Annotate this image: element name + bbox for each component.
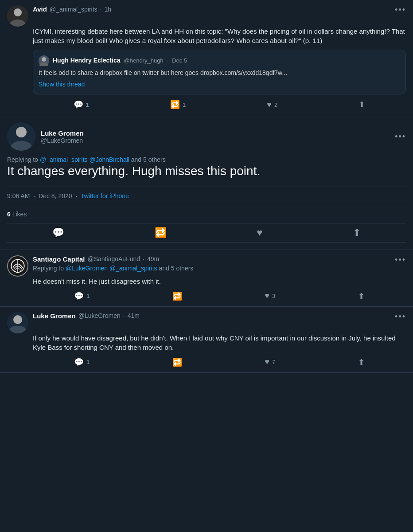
timestamp-date: Dec 8, 2020 <box>39 192 72 200</box>
tweet-avid: Avid @_animal_spirits · 1h ••• ICYMI, in… <box>0 0 413 115</box>
main-tweet-timestamp-luke: 9:06 AM · Dec 8, 2020 · Twitter for iPho… <box>7 187 406 200</box>
avatar-avid <box>7 5 28 27</box>
likes-label: Likes <box>12 211 27 218</box>
like-icon-luke-main: ♥ <box>257 227 262 239</box>
tweet-timestamp-avid: 1h <box>104 6 111 13</box>
tweet-handle-santiago[interactable]: @SantiagoAuFund <box>88 255 140 262</box>
svg-point-4 <box>42 57 46 62</box>
reply-icon-santiago: 💬 <box>74 291 84 301</box>
reply-others-santiago: and 5 others <box>159 265 193 272</box>
reply-others: and 5 others <box>131 156 166 163</box>
retweet-icon-santiago: 🔁 <box>172 291 182 301</box>
quoted-time-sep: · <box>167 57 169 65</box>
reply-count-avid: 1 <box>86 102 89 108</box>
svg-point-12 <box>13 315 22 324</box>
reply-count-luke-reply: 1 <box>86 359 90 365</box>
reply-handle-luke[interactable]: @LukeGromen <box>66 265 108 272</box>
tweet-body-santiago: He doesn't miss it. He just disagrees wi… <box>33 277 406 286</box>
tweet-actions-avid: 💬 1 🔁 1 ♥ 2 ⬆ <box>33 100 406 110</box>
avatar-luke-reply <box>7 312 28 333</box>
like-icon-santiago: ♥ <box>265 291 269 301</box>
tweet-actions-santiago: 💬 1 🔁 ♥ 3 ⬆ <box>33 291 406 301</box>
retweet-icon-avid: 🔁 <box>170 100 180 110</box>
tweet-author-luke-main: Luke Gromen <box>41 129 390 137</box>
like-action-santiago[interactable]: ♥ 3 <box>265 291 275 301</box>
reply-action-santiago[interactable]: 💬 1 <box>74 291 90 301</box>
retweet-action-santiago[interactable]: 🔁 <box>172 291 182 301</box>
like-action-luke-main[interactable]: ♥ <box>257 227 262 239</box>
replying-to-luke-main: Replying to @_animal_spirits @JohnBircha… <box>7 156 406 163</box>
like-count-luke-reply: 7 <box>272 359 275 365</box>
tweet-author-luke-reply: Luke Gromen <box>33 312 76 320</box>
reply-handle-2[interactable]: @JohnBirchall <box>89 156 129 163</box>
replying-to-santiago: Replying to @LukeGromen @_animal_spirits… <box>33 265 390 272</box>
reply-action-avid[interactable]: 💬 1 <box>74 100 89 110</box>
tweet-body-luke-reply: If only he would have disagreed, but he … <box>33 333 406 352</box>
reply-handle-1[interactable]: @_animal_spirits <box>40 156 88 163</box>
like-count-santiago: 3 <box>272 293 275 299</box>
share-action-luke-reply[interactable]: ⬆ <box>358 357 365 367</box>
tweet-handle-luke-main[interactable]: @LukeGromen <box>41 137 390 144</box>
svg-point-7 <box>16 127 27 137</box>
likes-section-luke: 6 Likes <box>7 205 406 223</box>
retweet-icon-luke-reply: 🔁 <box>172 357 182 367</box>
retweet-action-luke-reply[interactable]: 🔁 <box>172 357 182 367</box>
reply-action-luke-main[interactable]: 💬 <box>52 227 64 239</box>
tweet-santiago: Santiago Capital @SantiagoAuFund · 49m R… <box>0 250 413 307</box>
tweet-more-santiago[interactable]: ••• <box>395 255 406 265</box>
like-action-avid[interactable]: ♥ 2 <box>267 100 277 110</box>
share-action-luke-main[interactable]: ⬆ <box>353 227 361 239</box>
likes-count: 6 <box>7 211 11 218</box>
quoted-handle-hugh[interactable]: @hendry_hugh <box>124 57 164 65</box>
reply-action-luke-reply[interactable]: 💬 1 <box>74 357 90 367</box>
tweet-more-luke-reply[interactable]: ••• <box>395 312 406 321</box>
tweet-handle-avid[interactable]: @_animal_spirits <box>50 6 97 13</box>
timestamp-time: 9:06 AM <box>7 192 30 200</box>
quoted-author-hugh: Hugh Hendry Eclectica <box>53 56 121 65</box>
share-icon-luke-main: ⬆ <box>353 227 361 239</box>
retweet-action-avid[interactable]: 🔁 1 <box>170 100 186 110</box>
like-icon-avid: ♥ <box>267 100 272 110</box>
retweet-icon-luke-main: 🔁 <box>155 227 167 239</box>
tweet-time-luke-reply: 41m <box>128 312 140 319</box>
avid-avatar-image <box>7 5 28 27</box>
reply-icon-luke-reply: 💬 <box>74 357 84 367</box>
like-count-avid: 2 <box>274 102 277 108</box>
share-icon-avid: ⬆ <box>358 100 365 110</box>
tweet-time-santiago: 49m <box>147 255 159 262</box>
main-tweet-luke: Luke Gromen @LukeGromen ••• Replying to … <box>0 115 413 250</box>
retweet-count-avid: 1 <box>183 102 186 108</box>
avatar-luke-main <box>7 122 35 151</box>
main-tweet-actions-luke: 💬 🔁 ♥ ⬆ <box>7 223 406 243</box>
timestamp-client[interactable]: Twitter for iPhone <box>81 192 129 200</box>
tweet-more-avid[interactable]: ••• <box>395 5 406 15</box>
avatar-santiago <box>7 255 28 277</box>
like-icon-luke-reply: ♥ <box>265 357 269 367</box>
quoted-time-hugh: Dec 5 <box>172 57 187 65</box>
reply-icon-avid: 💬 <box>74 100 83 110</box>
reply-count-santiago: 1 <box>86 293 90 299</box>
tweet-time-avid: · <box>100 6 102 13</box>
tweet-more-luke-main[interactable]: ••• <box>395 132 406 141</box>
reply-icon-luke-main: 💬 <box>52 227 64 239</box>
main-tweet-text-luke: It changes everything. Hugh misses this … <box>7 163 406 179</box>
quoted-body-hugh: It feels odd to share a dropbox file on … <box>39 69 400 78</box>
tweet-author-avid: Avid <box>33 5 47 13</box>
avatar-hugh <box>39 55 49 66</box>
share-action-avid[interactable]: ⬆ <box>358 100 365 110</box>
reply-handle-animal[interactable]: @_animal_spirits <box>109 265 157 272</box>
quoted-tweet-hugh[interactable]: Hugh Hendry Eclectica @hendry_hugh · Dec… <box>33 50 406 94</box>
tweet-body-avid: ICYMI, interesting debate here between L… <box>33 27 406 94</box>
show-thread-link[interactable]: Show this thread <box>39 80 400 89</box>
tweet-handle-luke-reply[interactable]: @LukeGromen <box>78 312 121 319</box>
retweet-action-luke-main[interactable]: 🔁 <box>155 227 167 239</box>
tweet-luke-reply: Luke Gromen @LukeGromen · 41m ••• If onl… <box>0 307 413 373</box>
share-icon-luke-reply: ⬆ <box>358 357 365 367</box>
svg-point-1 <box>14 8 22 16</box>
tweet-actions-luke-reply: 💬 1 🔁 ♥ 7 ⬆ <box>33 357 406 367</box>
like-action-luke-reply[interactable]: ♥ 7 <box>265 357 275 367</box>
share-action-santiago[interactable]: ⬆ <box>358 291 365 301</box>
tweet-author-santiago: Santiago Capital <box>33 255 85 263</box>
share-icon-santiago: ⬆ <box>358 291 365 301</box>
